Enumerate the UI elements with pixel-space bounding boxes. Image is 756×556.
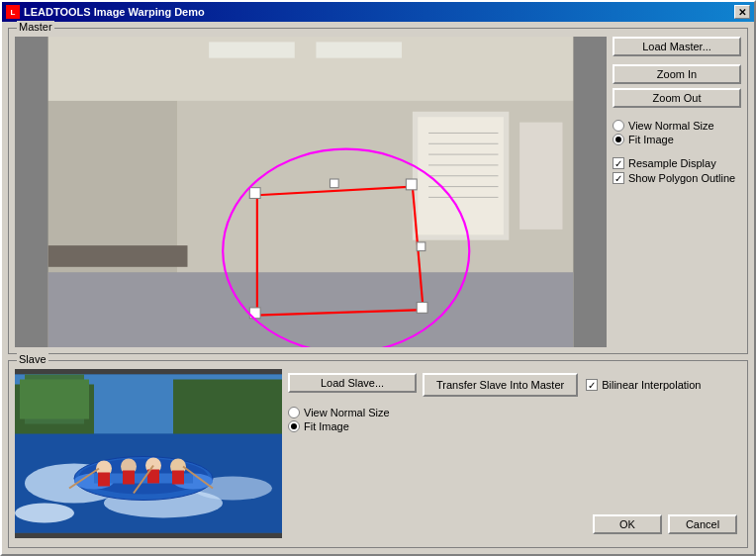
svg-rect-1 [48, 37, 574, 101]
svg-rect-43 [98, 473, 110, 487]
load-master-button[interactable]: Load Master... [613, 37, 741, 56]
slave-radio-fit-dot [291, 423, 297, 429]
bilinear-checkbox-box: ✓ [586, 379, 598, 391]
slave-right-top: Transfer Slave Into Master ✓ Bilinear In… [423, 373, 741, 397]
main-window: L LEADTOOLS Image Warping Demo ✕ Master [0, 0, 756, 556]
radio-fit-circle [613, 134, 624, 145]
svg-rect-49 [172, 471, 184, 485]
slave-radio-fit-circle [288, 420, 300, 432]
slave-radio-normal[interactable]: View Normal Size [288, 407, 417, 418]
load-slave-button[interactable]: Load Slave... [288, 373, 417, 393]
polygon-checkbox[interactable]: ✓ Show Polygon Outline [613, 172, 741, 184]
slave-image-area [15, 369, 282, 538]
ok-button[interactable]: OK [593, 514, 662, 534]
slave-right-bottom: OK Cancel [423, 514, 741, 538]
slave-radio-group: View Normal Size Fit Image [288, 407, 417, 432]
slave-label: Slave [17, 353, 48, 365]
master-controls: Load Master... Zoom In Zoom Out View Nor… [613, 37, 741, 347]
bilinear-checkbox[interactable]: ✓ Bilinear Interpolation [586, 379, 701, 391]
window-title: LEADTOOLS Image Warping Demo [24, 6, 205, 18]
svg-rect-4 [209, 42, 295, 57]
svg-rect-5 [316, 42, 402, 57]
master-image-area [15, 37, 607, 347]
master-image [15, 37, 607, 347]
master-group: Master [8, 28, 748, 354]
master-zoom-out-group: Zoom Out [613, 88, 741, 108]
close-button[interactable]: ✕ [734, 5, 750, 19]
polygon-checkbox-box: ✓ [613, 172, 624, 184]
svg-rect-23 [330, 179, 338, 188]
svg-rect-24 [417, 242, 425, 251]
slave-radio-fit[interactable]: Fit Image [288, 420, 417, 432]
master-radio-group: View Normal Size Fit Image [613, 120, 741, 145]
svg-rect-21 [417, 303, 427, 314]
slave-image [15, 369, 282, 538]
svg-rect-19 [249, 188, 260, 199]
title-bar-left: L LEADTOOLS Image Warping Demo [6, 5, 205, 19]
svg-rect-17 [48, 245, 188, 267]
radio-normal-circle [613, 120, 624, 132]
svg-rect-8 [520, 123, 562, 230]
svg-point-36 [15, 504, 74, 523]
svg-rect-45 [123, 471, 135, 485]
slave-controls: Load Slave... View Normal Size Fit Image [288, 369, 417, 538]
slave-right: Transfer Slave Into Master ✓ Bilinear In… [423, 369, 741, 538]
resample-checkbox-box: ✓ [613, 157, 624, 169]
title-bar: L LEADTOOLS Image Warping Demo ✕ [2, 2, 754, 22]
master-zoom-group: Zoom In [613, 64, 741, 84]
zoom-in-button[interactable]: Zoom In [613, 64, 741, 84]
radio-fit-dot [615, 137, 621, 142]
resample-checkbox[interactable]: ✓ Resample Display [613, 157, 741, 169]
master-radio-normal[interactable]: View Normal Size [613, 120, 741, 132]
cancel-button[interactable]: Cancel [668, 514, 737, 534]
svg-rect-30 [20, 380, 89, 419]
svg-rect-31 [173, 380, 282, 439]
master-label: Master [17, 21, 54, 33]
svg-rect-20 [406, 179, 417, 190]
app-icon: L [6, 5, 20, 19]
master-checkboxes: ✓ Resample Display ✓ Show Polygon Outlin… [613, 157, 741, 184]
slave-radio-normal-circle [288, 407, 300, 418]
content-area: Master [2, 22, 754, 554]
master-section: Load Master... Zoom In Zoom Out View Nor… [9, 29, 747, 353]
slave-group: Slave [8, 360, 748, 548]
zoom-out-button[interactable]: Zoom Out [613, 88, 741, 108]
slave-section: Load Slave... View Normal Size Fit Image [9, 361, 747, 544]
svg-rect-6 [48, 272, 574, 347]
master-radio-fit[interactable]: Fit Image [613, 134, 741, 145]
transfer-slave-button[interactable]: Transfer Slave Into Master [423, 373, 578, 397]
